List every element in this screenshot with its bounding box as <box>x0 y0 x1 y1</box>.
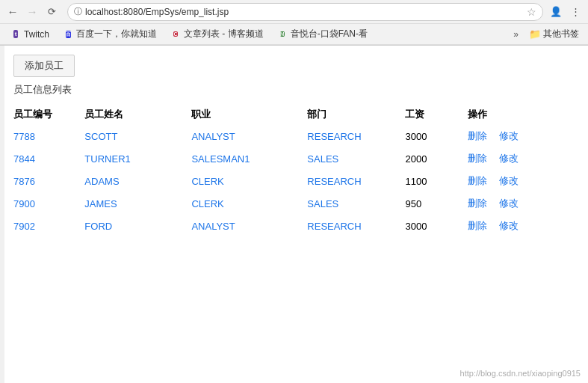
watermark: http://blog.csdn.net/xiaoping0915 <box>460 369 581 378</box>
delete-link[interactable]: 删除 <box>468 175 487 186</box>
bookmark-csdn-label: 文章列表 - 博客频道 <box>184 28 264 40</box>
bookmarks-other-button[interactable]: 📁 其他书签 <box>524 26 584 42</box>
cell-dept: RESEARCH <box>307 125 405 147</box>
bookmarks-bar: t Twitch 百 百度一下，你就知道 C 文章列表 - 博客频道 M 音悦台… <box>0 24 588 45</box>
cell-dept: RESEARCH <box>307 170 405 192</box>
address-input[interactable] <box>85 7 524 17</box>
cell-id: 7788 <box>13 125 84 147</box>
scrollbar-left[interactable] <box>0 46 4 383</box>
delete-link[interactable]: 删除 <box>468 197 487 209</box>
table-row: 7844 TURNER1 SALESMAN1 SALES 2000 删除 修改 <box>13 147 575 170</box>
table-row: 7788 SCOTT ANALYST RESEARCH 3000 删除 修改 <box>13 125 575 147</box>
bookmark-mdn[interactable]: M 音悦台-口袋FAN-看 <box>271 26 374 43</box>
th-job: 职业 <box>191 104 307 125</box>
page-title: 员工信息列表 <box>13 83 575 96</box>
edit-link[interactable]: 修改 <box>499 220 519 231</box>
add-employee-button[interactable]: 添加员工 <box>13 55 75 77</box>
cell-job: CLERK <box>191 170 307 192</box>
edit-link[interactable]: 修改 <box>499 130 519 141</box>
toolbar-icons: 👤 ⋮ <box>548 4 584 20</box>
lock-icon: ⓘ <box>74 6 82 17</box>
forward-button[interactable]: → <box>24 4 40 20</box>
bookmark-twitch[interactable]: t Twitch <box>4 26 55 43</box>
table-row: 7900 JAMES CLERK SALES 950 删除 修改 <box>13 192 575 215</box>
nav-bar: ← → ⟳ ⓘ ☆ 👤 ⋮ <box>0 0 588 24</box>
cell-id: 7844 <box>13 147 84 170</box>
cell-ops: 删除 修改 <box>468 147 575 170</box>
csdn-icon: C <box>170 29 181 40</box>
employee-table: 员工编号 员工姓名 职业 部门 工资 操作 7788 SCOTT ANALYST… <box>13 104 575 237</box>
bookmark-csdn[interactable]: C 文章列表 - 博客频道 <box>164 26 270 43</box>
menu-button[interactable]: ⋮ <box>567 4 584 20</box>
cell-job: SALESMAN1 <box>191 147 307 170</box>
cell-dept: RESEARCH <box>307 215 405 237</box>
back-button[interactable]: ← <box>4 4 21 20</box>
th-ops: 操作 <box>468 104 575 125</box>
cell-ops: 删除 修改 <box>468 170 575 192</box>
bookmark-twitch-label: Twitch <box>24 29 49 40</box>
address-bar-container: ⓘ ☆ <box>67 3 543 21</box>
cell-name: SCOTT <box>84 125 191 147</box>
cell-name: JAMES <box>84 192 191 215</box>
cell-name: FORD <box>84 215 191 237</box>
table-header: 员工编号 员工姓名 职业 部门 工资 操作 <box>13 104 575 125</box>
cell-dept: SALES <box>307 147 405 170</box>
cell-id: 7902 <box>13 215 84 237</box>
cell-ops: 删除 修改 <box>468 192 575 215</box>
browser-chrome: ← → ⟳ ⓘ ☆ 👤 ⋮ t Twitch 百 百度一下，你就知道 C 文章列… <box>0 0 588 46</box>
table-row: 7876 ADAMS CLERK RESEARCH 1100 删除 修改 <box>13 170 575 192</box>
bookmark-baidu[interactable]: 百 百度一下，你就知道 <box>57 26 163 43</box>
cell-ops: 删除 修改 <box>468 125 575 147</box>
table-header-row: 员工编号 员工姓名 职业 部门 工资 操作 <box>13 104 575 125</box>
cell-job: ANALYST <box>191 215 307 237</box>
th-sal: 工资 <box>405 104 467 125</box>
profile-button[interactable]: 👤 <box>548 4 564 20</box>
cell-sal: 950 <box>405 192 467 215</box>
bookmarks-more-button[interactable]: » <box>509 28 523 41</box>
cell-dept: SALES <box>307 192 405 215</box>
cell-name: ADAMS <box>84 170 191 192</box>
twitch-icon: t <box>10 29 21 40</box>
cell-job: CLERK <box>191 192 307 215</box>
cell-id: 7876 <box>13 170 84 192</box>
cell-sal: 2000 <box>405 147 467 170</box>
cell-id: 7900 <box>13 192 84 215</box>
bookmarks-other-label: 其他书签 <box>543 28 579 40</box>
bookmark-baidu-label: 百度一下，你就知道 <box>76 28 157 40</box>
bookmark-star-button[interactable]: ☆ <box>527 6 536 18</box>
nav-buttons: ← → ⟳ <box>4 4 63 20</box>
edit-link[interactable]: 修改 <box>499 153 519 164</box>
th-dept: 部门 <box>307 104 405 125</box>
edit-link[interactable]: 修改 <box>499 197 519 209</box>
delete-link[interactable]: 删除 <box>468 220 487 231</box>
baidu-icon: 百 <box>63 29 73 40</box>
cell-job: ANALYST <box>191 125 307 147</box>
refresh-button[interactable]: ⟳ <box>43 4 60 20</box>
th-name: 员工姓名 <box>84 104 191 125</box>
cell-ops: 删除 修改 <box>468 215 575 237</box>
table-row: 7902 FORD ANALYST RESEARCH 3000 删除 修改 <box>13 215 575 237</box>
page-content: 添加员工 员工信息列表 员工编号 员工姓名 职业 部门 工资 操作 7788 S… <box>0 46 588 383</box>
delete-link[interactable]: 删除 <box>468 153 487 164</box>
cell-name: TURNER1 <box>84 147 191 170</box>
delete-link[interactable]: 删除 <box>468 130 487 141</box>
cell-sal: 1100 <box>405 170 467 192</box>
edit-link[interactable]: 修改 <box>499 175 519 186</box>
mdn-icon: M <box>277 29 288 40</box>
bookmark-mdn-label: 音悦台-口袋FAN-看 <box>291 28 368 40</box>
cell-sal: 3000 <box>405 125 467 147</box>
folder-icon: 📁 <box>529 28 541 40</box>
table-body: 7788 SCOTT ANALYST RESEARCH 3000 删除 修改 7… <box>13 125 575 237</box>
cell-sal: 3000 <box>405 215 467 237</box>
th-id: 员工编号 <box>13 104 84 125</box>
